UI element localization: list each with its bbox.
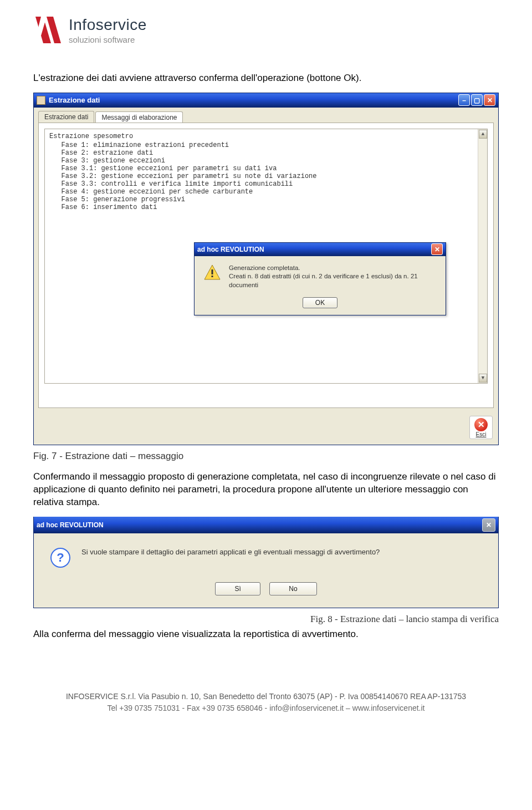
scroll-down-button[interactable]: ▼ [479,374,487,383]
dialog-line1: Generazione completata. [229,264,437,273]
window-title: Estrazione dati [49,96,458,104]
svg-rect-1 [212,276,213,277]
console-line: Fase 3.3: controlli e verifica limite im… [49,180,483,188]
print-dialog-close-button[interactable]: ✕ [482,518,495,532]
figure-8-caption: Fig. 8 - Estrazione dati – lancio stampa… [33,614,499,625]
window-titlebar[interactable]: Estrazione dati – ▢ ✕ [34,93,498,108]
window-icon [37,96,45,105]
window-client: Estrazione spesometro Fase 1: eliminazio… [38,123,494,408]
warning-icon [203,264,221,281]
dialog-title: ad hoc REVOLUTION [197,246,431,253]
close-button[interactable]: ✕ [484,94,495,106]
tab-strip: Estrazione dati Messaggi di elaborazione [34,108,498,123]
exit-button[interactable]: ✕ Esci [469,416,493,439]
page-footer: INFOSERVICE S.r.l. Via Pasubio n. 10, Sa… [33,691,499,714]
paragraph-2: Confermando il messaggio proposto di gen… [33,471,499,509]
maximize-button[interactable]: ▢ [471,94,483,106]
dialog-close-button[interactable]: ✕ [431,243,443,255]
generation-complete-dialog: ad hoc REVOLUTION ✕ Generazione completa… [194,242,446,316]
console-line: Fase 5: generazione progressivi [49,196,483,203]
console-line: Fase 4: gestione eccezioni per schede ca… [49,188,483,196]
console-line: Fase 3.1: gestione eccezioni per paramet… [49,165,483,172]
console-line: Fase 2: estrazione dati [49,149,483,157]
no-button[interactable]: No [269,582,316,595]
svg-rect-0 [212,269,213,274]
footer-line-2: Tel +39 0735 751031 - Fax +39 0735 65804… [33,702,499,714]
console-line: Fase 3.2: gestione eccezioni per paramet… [49,172,483,180]
scroll-up-button[interactable]: ▲ [479,130,487,139]
console-line: Fase 3: gestione eccezioni [49,157,483,165]
dialog-line2: Creati n. 8 dati estratti (di cui n. 2 d… [229,272,437,289]
paragraph-3: Alla conferma del messaggio viene visual… [33,628,499,641]
tab-extraction[interactable]: Estrazione dati [38,111,94,123]
console-line: Fase 1: eliminazione estrazioni preceden… [49,141,483,149]
minimize-button[interactable]: – [458,94,470,106]
extraction-window: Estrazione dati – ▢ ✕ Estrazione dati Me… [33,93,499,445]
figure-7-caption: Fig. 7 - Estrazione dati – messaggio [33,451,499,462]
vertical-scrollbar[interactable]: ▲ ▼ [478,129,487,383]
console-line: Fase 6: inserimento dati [49,203,483,211]
brand-subtitle: soluzioni software [69,35,147,44]
brand-header: Infoservice soluzioni software [33,16,499,44]
yes-button[interactable]: Sì [215,582,260,595]
print-dialog-title: ad hoc REVOLUTION [37,521,482,529]
brand-logo [33,16,62,44]
print-dialog-titlebar[interactable]: ad hoc REVOLUTION ✕ [34,517,498,533]
exit-label: Esci [476,431,487,437]
tab-messages[interactable]: Messaggi di elaborazione [95,111,183,123]
print-confirm-dialog: ad hoc REVOLUTION ✕ ? Si vuole stampare … [33,517,499,608]
ok-button[interactable]: OK [303,297,337,308]
dialog-message: Generazione completata. Creati n. 8 dati… [229,264,437,290]
paragraph-1: L'estrazione dei dati avviene attraverso… [33,72,499,85]
brand-name: Infoservice [69,16,147,34]
exit-icon: ✕ [474,418,488,431]
print-dialog-text: Si vuole stampare il dettaglio dei param… [81,548,380,556]
footer-line-1: INFOSERVICE S.r.l. Via Pasubio n. 10, Sa… [33,691,499,702]
dialog-titlebar[interactable]: ad hoc REVOLUTION ✕ [195,243,446,256]
question-icon: ? [50,548,70,568]
console-heading: Estrazione spesometro [49,133,483,140]
